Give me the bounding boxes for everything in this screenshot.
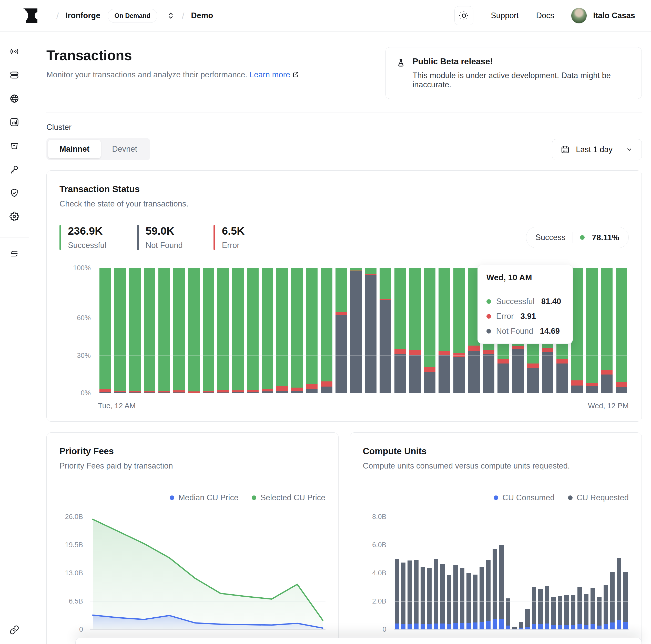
status-bar[interactable] [423, 268, 437, 393]
y-tick-label: 60% [77, 314, 91, 322]
nav-docs[interactable]: Docs [536, 11, 554, 20]
status-bar[interactable] [393, 268, 408, 393]
cu-chart-y-axis: 8.0B6.0B4.0B2.0B0 [363, 517, 394, 630]
status-bar[interactable] [201, 268, 216, 393]
priority-fees-card: Priority Fees Priority Fees paid by tran… [46, 432, 339, 644]
status-bar[interactable] [231, 268, 246, 393]
y-tick-label: 26.0B [65, 513, 83, 521]
legend-cu-consumed[interactable]: CU Consumed [494, 493, 554, 502]
ironforge-logo-icon[interactable] [23, 8, 38, 23]
legend-selected-cu-price[interactable]: Selected CU Price [252, 493, 325, 502]
flask-icon [396, 58, 406, 68]
status-bar[interactable] [304, 268, 319, 393]
status-bar[interactable] [172, 268, 187, 393]
breadcrumb-separator: / [56, 11, 59, 21]
cu-card-subtitle: Compute units consumed versus compute un… [363, 461, 629, 471]
solana-icon[interactable] [9, 249, 19, 258]
y-tick-label: 8.0B [372, 513, 386, 521]
status-bar[interactable] [113, 268, 128, 393]
gridline [394, 517, 629, 517]
learn-more-link[interactable]: Learn more [250, 70, 300, 79]
settings-icon[interactable] [9, 212, 19, 221]
status-bar[interactable] [186, 268, 201, 393]
legend-cu-requested[interactable]: CU Requested [568, 493, 629, 502]
success-rate-badge[interactable]: Success 78.11% [526, 227, 629, 248]
beta-description: This module is under active development.… [412, 71, 631, 89]
status-bar[interactable] [127, 268, 142, 393]
database-icon[interactable] [9, 70, 19, 80]
status-bar[interactable] [216, 268, 231, 393]
user-avatar[interactable] [571, 8, 587, 24]
stat-error: 6.5K Error [214, 225, 245, 250]
chart-tooltip: Wed, 10 AM Successful81.40Error3.91Not F… [477, 265, 573, 344]
status-bar[interactable] [599, 268, 614, 393]
status-bar[interactable] [334, 268, 349, 393]
calendar-icon [560, 145, 570, 154]
date-range-select[interactable]: Last 1 day [552, 139, 642, 160]
sun-icon [459, 10, 469, 21]
tooltip-row: Error3.91 [487, 312, 564, 321]
next-card-edge [75, 638, 642, 644]
tooltip-row: Not Found14.69 [487, 327, 564, 336]
status-bar[interactable] [245, 268, 260, 393]
compute-units-card: Compute Units Compute units consumed ver… [350, 432, 642, 644]
chevrons-up-down-icon[interactable] [166, 11, 175, 20]
stat-value-successful: 236.9K [68, 225, 106, 237]
tooltip-row: Successful81.40 [487, 297, 564, 306]
theme-toggle-button[interactable] [455, 6, 473, 25]
breadcrumb-org[interactable]: Ironforge [65, 11, 100, 20]
section-divider [46, 112, 642, 112]
globe-icon[interactable] [9, 94, 19, 103]
status-bar[interactable] [614, 268, 629, 393]
nav-support[interactable]: Support [491, 11, 519, 20]
status-bar[interactable] [260, 268, 275, 393]
link-icon[interactable] [9, 625, 19, 635]
status-bar[interactable] [452, 268, 467, 393]
cluster-label: Cluster [46, 123, 150, 132]
status-chart-x-axis: Tue, 12 AM Wed, 12 PM [98, 402, 629, 410]
y-tick-label: 4.0B [372, 569, 386, 577]
stat-value-not-found: 59.0K [146, 225, 183, 237]
success-badge-value: 78.11% [592, 233, 619, 242]
cluster-option-devnet[interactable]: Devnet [101, 140, 148, 158]
user-name[interactable]: Italo Casas [593, 11, 635, 20]
status-bar[interactable] [319, 268, 334, 393]
fees-chart-plot[interactable] [90, 517, 326, 630]
status-bar[interactable] [157, 268, 172, 393]
y-tick-label: 6.0B [372, 541, 386, 549]
status-bar[interactable] [290, 268, 305, 393]
status-bar[interactable] [585, 268, 599, 393]
status-card-subtitle: Check the state of your transactions. [59, 199, 629, 208]
plan-badge: On Demand [107, 9, 157, 23]
key-icon[interactable] [9, 164, 19, 174]
stat-not-found: 59.0K Not Found [137, 225, 183, 250]
transaction-status-card: Transaction Status Check the state of yo… [46, 170, 642, 422]
status-bar[interactable] [348, 268, 364, 393]
fees-chart-y-axis: 26.0B19.5B13.0B6.5B0 [59, 517, 90, 630]
status-bar[interactable] [364, 268, 378, 393]
sidebar-divider [0, 237, 29, 237]
cu-chart-plot[interactable] [394, 517, 629, 630]
y-tick-label: 100% [73, 264, 91, 272]
shield-check-icon[interactable] [9, 188, 19, 198]
status-chart-plot[interactable]: Wed, 10 AM Successful81.40Error3.91Not F… [98, 268, 629, 393]
gridline [394, 573, 629, 573]
status-bar[interactable] [142, 268, 157, 393]
status-bar[interactable] [275, 268, 290, 393]
x-label-start: Tue, 12 AM [98, 402, 135, 410]
analytics-icon[interactable] [9, 117, 19, 127]
stat-rule-error [214, 225, 215, 250]
badge-divider [572, 232, 573, 243]
status-bar[interactable] [437, 268, 452, 393]
status-bar[interactable] [407, 268, 423, 393]
external-link-icon [292, 71, 299, 78]
stat-rule-successful [59, 225, 61, 250]
legend-median-cu-price[interactable]: Median CU Price [170, 493, 238, 502]
status-bar[interactable] [98, 268, 113, 393]
cluster-option-mainnet[interactable]: Mainnet [48, 140, 101, 158]
rpc-signal-icon[interactable] [9, 46, 19, 56]
archive-icon[interactable] [9, 141, 19, 151]
cluster-segmented-control: Mainnet Devnet [46, 138, 150, 160]
breadcrumb-project[interactable]: Demo [191, 11, 213, 20]
status-bar[interactable] [378, 268, 393, 393]
